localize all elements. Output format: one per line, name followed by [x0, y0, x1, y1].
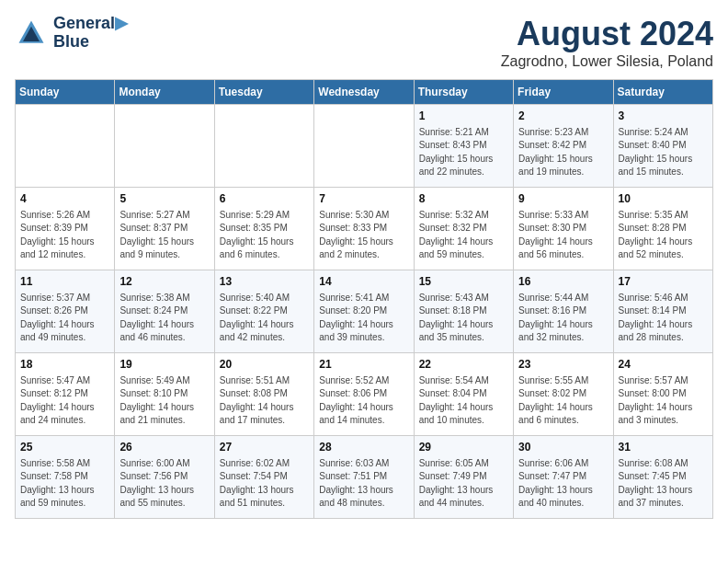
day-number: 30 [518, 440, 608, 455]
day-cell: 17Sunrise: 5:46 AM Sunset: 8:14 PM Dayli… [613, 270, 712, 353]
day-cell: 2Sunrise: 5:23 AM Sunset: 8:42 PM Daylig… [514, 105, 613, 188]
day-info: Sunrise: 5:58 AM Sunset: 7:58 PM Dayligh… [20, 457, 109, 511]
day-info: Sunrise: 5:46 AM Sunset: 8:14 PM Dayligh… [619, 292, 708, 345]
day-number: 29 [419, 440, 508, 455]
day-info: Sunrise: 5:30 AM Sunset: 8:33 PM Dayligh… [319, 209, 408, 262]
day-number: 4 [20, 191, 109, 207]
day-info: Sunrise: 6:06 AM Sunset: 7:47 PM Dayligh… [518, 457, 608, 511]
day-info: Sunrise: 5:37 AM Sunset: 8:26 PM Dayligh… [20, 292, 109, 345]
weekday-header-sunday: Sunday [16, 80, 115, 105]
day-info: Sunrise: 5:57 AM Sunset: 8:00 PM Dayligh… [619, 374, 708, 428]
day-info: Sunrise: 5:49 AM Sunset: 8:10 PM Dayligh… [119, 374, 209, 428]
day-number: 22 [419, 357, 508, 373]
day-info: Sunrise: 5:41 AM Sunset: 8:20 PM Dayligh… [319, 292, 408, 345]
day-number: 2 [518, 109, 608, 124]
day-info: Sunrise: 5:21 AM Sunset: 8:43 PM Dayligh… [419, 126, 508, 179]
day-info: Sunrise: 5:55 AM Sunset: 8:02 PM Dayligh… [518, 374, 608, 428]
day-cell: 29Sunrise: 6:05 AM Sunset: 7:49 PM Dayli… [414, 436, 513, 519]
day-info: Sunrise: 5:27 AM Sunset: 8:37 PM Dayligh… [119, 209, 209, 262]
day-number: 15 [419, 274, 508, 290]
day-number: 27 [220, 440, 309, 455]
day-number: 21 [319, 357, 408, 373]
day-cell: 10Sunrise: 5:35 AM Sunset: 8:28 PM Dayli… [613, 188, 712, 270]
day-info: Sunrise: 5:24 AM Sunset: 8:40 PM Dayligh… [619, 126, 708, 179]
weekday-header-friday: Friday [514, 80, 613, 105]
day-cell: 15Sunrise: 5:43 AM Sunset: 8:18 PM Dayli… [414, 270, 513, 353]
day-number: 19 [119, 357, 209, 373]
day-number: 11 [20, 274, 109, 290]
day-number: 26 [119, 440, 209, 455]
day-number: 24 [619, 357, 708, 373]
day-cell: 14Sunrise: 5:41 AM Sunset: 8:20 PM Dayli… [314, 270, 414, 353]
day-cell: 1Sunrise: 5:21 AM Sunset: 8:43 PM Daylig… [414, 105, 513, 188]
weekday-header-saturday: Saturday [613, 80, 712, 105]
day-info: Sunrise: 6:00 AM Sunset: 7:56 PM Dayligh… [119, 457, 209, 511]
day-info: Sunrise: 5:47 AM Sunset: 8:12 PM Dayligh… [20, 374, 109, 428]
day-cell: 31Sunrise: 6:08 AM Sunset: 7:45 PM Dayli… [613, 436, 712, 519]
day-cell: 3Sunrise: 5:24 AM Sunset: 8:40 PM Daylig… [613, 105, 712, 188]
weekday-header-tuesday: Tuesday [214, 80, 313, 105]
day-info: Sunrise: 6:03 AM Sunset: 7:51 PM Dayligh… [319, 457, 408, 511]
day-cell: 12Sunrise: 5:38 AM Sunset: 8:24 PM Dayli… [115, 270, 214, 353]
day-cell: 25Sunrise: 5:58 AM Sunset: 7:58 PM Dayli… [16, 436, 115, 519]
location-title: Zagrodno, Lower Silesia, Poland [501, 53, 713, 70]
day-cell: 6Sunrise: 5:29 AM Sunset: 8:35 PM Daylig… [214, 188, 313, 270]
day-cell: 21Sunrise: 5:52 AM Sunset: 8:06 PM Dayli… [314, 353, 414, 436]
day-cell: 20Sunrise: 5:51 AM Sunset: 8:08 PM Dayli… [214, 353, 313, 436]
day-info: Sunrise: 5:44 AM Sunset: 8:16 PM Dayligh… [518, 292, 608, 345]
day-number: 10 [619, 191, 708, 207]
day-number: 20 [220, 357, 309, 373]
logo-text: General▶ Blue [53, 15, 128, 52]
day-cell: 27Sunrise: 6:02 AM Sunset: 7:54 PM Dayli… [214, 436, 313, 519]
day-info: Sunrise: 5:52 AM Sunset: 8:06 PM Dayligh… [319, 374, 408, 428]
page-header: General▶ Blue August 2024 Zagrodno, Lowe… [15, 15, 713, 70]
day-cell: 19Sunrise: 5:49 AM Sunset: 8:10 PM Dayli… [115, 353, 214, 436]
day-cell: 4Sunrise: 5:26 AM Sunset: 8:39 PM Daylig… [16, 188, 115, 270]
day-cell: 11Sunrise: 5:37 AM Sunset: 8:26 PM Dayli… [16, 270, 115, 353]
week-row-1: 1Sunrise: 5:21 AM Sunset: 8:43 PM Daylig… [16, 105, 713, 188]
day-info: Sunrise: 5:51 AM Sunset: 8:08 PM Dayligh… [220, 374, 309, 428]
day-number: 28 [319, 440, 408, 455]
day-info: Sunrise: 6:05 AM Sunset: 7:49 PM Dayligh… [419, 457, 508, 511]
day-number: 14 [319, 274, 408, 290]
day-cell: 26Sunrise: 6:00 AM Sunset: 7:56 PM Dayli… [115, 436, 214, 519]
day-number: 9 [518, 191, 608, 207]
day-cell [314, 105, 414, 188]
day-info: Sunrise: 5:33 AM Sunset: 8:30 PM Dayligh… [518, 209, 608, 262]
day-cell: 7Sunrise: 5:30 AM Sunset: 8:33 PM Daylig… [314, 188, 414, 270]
calendar-table: SundayMondayTuesdayWednesdayThursdayFrid… [15, 79, 713, 519]
week-row-3: 11Sunrise: 5:37 AM Sunset: 8:26 PM Dayli… [16, 270, 713, 353]
day-info: Sunrise: 5:26 AM Sunset: 8:39 PM Dayligh… [20, 209, 109, 262]
day-info: Sunrise: 5:40 AM Sunset: 8:22 PM Dayligh… [220, 292, 309, 345]
day-number: 13 [220, 274, 309, 290]
weekday-header-monday: Monday [115, 80, 214, 105]
day-info: Sunrise: 5:23 AM Sunset: 8:42 PM Dayligh… [518, 126, 608, 179]
day-cell: 13Sunrise: 5:40 AM Sunset: 8:22 PM Dayli… [214, 270, 313, 353]
day-number: 16 [518, 274, 608, 290]
day-cell: 24Sunrise: 5:57 AM Sunset: 8:00 PM Dayli… [613, 353, 712, 436]
day-cell: 22Sunrise: 5:54 AM Sunset: 8:04 PM Dayli… [414, 353, 513, 436]
day-cell [214, 105, 313, 188]
day-cell [115, 105, 214, 188]
day-number: 18 [20, 357, 109, 373]
day-number: 8 [419, 191, 508, 207]
day-number: 3 [619, 109, 708, 124]
logo: General▶ Blue [15, 15, 128, 52]
day-number: 31 [619, 440, 708, 455]
day-cell: 28Sunrise: 6:03 AM Sunset: 7:51 PM Dayli… [314, 436, 414, 519]
week-row-5: 25Sunrise: 5:58 AM Sunset: 7:58 PM Dayli… [16, 436, 713, 519]
day-number: 23 [518, 357, 608, 373]
day-number: 12 [119, 274, 209, 290]
day-cell: 18Sunrise: 5:47 AM Sunset: 8:12 PM Dayli… [16, 353, 115, 436]
day-cell: 30Sunrise: 6:06 AM Sunset: 7:47 PM Dayli… [514, 436, 613, 519]
weekday-header-thursday: Thursday [414, 80, 513, 105]
day-info: Sunrise: 5:38 AM Sunset: 8:24 PM Dayligh… [119, 292, 209, 345]
weekday-header-wednesday: Wednesday [314, 80, 414, 105]
day-info: Sunrise: 5:54 AM Sunset: 8:04 PM Dayligh… [419, 374, 508, 428]
day-cell: 5Sunrise: 5:27 AM Sunset: 8:37 PM Daylig… [115, 188, 214, 270]
day-number: 17 [619, 274, 708, 290]
day-info: Sunrise: 6:02 AM Sunset: 7:54 PM Dayligh… [220, 457, 309, 511]
title-area: August 2024 Zagrodno, Lower Silesia, Pol… [501, 15, 713, 70]
day-info: Sunrise: 5:32 AM Sunset: 8:32 PM Dayligh… [419, 209, 508, 262]
day-info: Sunrise: 5:29 AM Sunset: 8:35 PM Dayligh… [220, 209, 309, 262]
